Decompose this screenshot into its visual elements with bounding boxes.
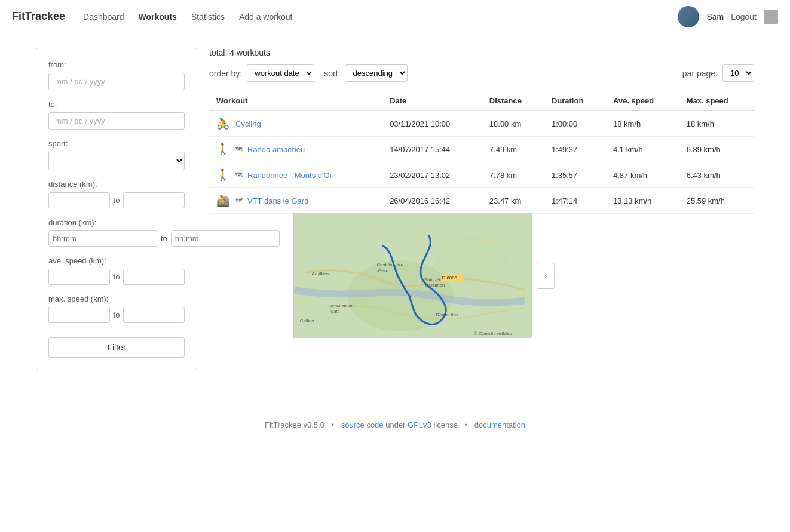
sport-icon: 🚵 [216,194,229,207]
sport-icon: 🚴 [216,117,229,130]
col-distance: Distance [482,91,544,110]
duration-label: duration (km): [48,218,185,227]
duration-from-input[interactable] [48,230,157,247]
col-ave-speed: Ave. speed [606,91,679,110]
map-icon: 🗺 [235,146,242,153]
svg-text:© OpenStreetMap: © OpenStreetMap [474,331,512,336]
workout-ave-speed: 13.13 km/h [606,188,679,214]
per-page-select[interactable]: 10 25 50 [722,64,754,82]
workout-ave-speed: 4.87 km/h [606,162,679,188]
order-by-select[interactable]: workout date distance duration ave. spee… [247,64,314,82]
nav-right: Sam Logout [678,6,778,27]
ave-speed-to-separator: to [114,272,120,281]
col-max-speed: Max. speed [679,91,754,110]
svg-text:Argilliers: Argilliers [312,271,330,276]
footer: FitTrackee v0.5.0 • source code under GP… [0,408,790,441]
total-value: 4 workouts [229,48,270,57]
distance-to-separator: to [114,196,120,205]
avatar[interactable] [678,6,699,27]
workout-duration: 1:47:14 [544,188,606,214]
per-page-label: par page: [682,69,718,78]
sort-select[interactable]: descending ascending [345,64,408,82]
ave-speed-from-input[interactable] [48,269,110,285]
nav-extra-icon [764,10,778,24]
workout-name-link[interactable]: Randonnée - Monts d'Or [247,171,332,180]
workout-distance: 7.49 km [482,137,544,162]
max-speed-to-input[interactable] [123,307,185,323]
workout-name-link[interactable]: Rando amberieu [247,145,305,154]
col-workout: Workout [209,91,382,110]
duration-to-separator: to [161,234,167,243]
footer-version: v0.5.0 [304,420,324,429]
distance-from-input[interactable] [48,192,110,208]
workout-max-speed: 18 km/h [679,110,754,137]
to-input[interactable] [48,112,185,130]
footer-dot-2: • [465,420,468,429]
workout-distance: 18.00 km [482,110,544,137]
col-date: Date [382,91,482,110]
nav-statistics[interactable]: Statistics [191,12,225,21]
workout-duration: 1:35:57 [544,162,606,188]
from-input[interactable] [48,73,185,90]
to-label: to: [48,100,185,109]
nav-add-workout[interactable]: Add a workout [239,12,293,21]
sort-group: sort: descending ascending [324,64,408,82]
table-row: 🚶 🗺 Rando amberieu 14/07/2017 15:44 7.49… [209,137,754,162]
map-svg: Argilliers Castillon-du- Gard Vers-Font-… [293,213,531,337]
sport-icon: 🚶 [216,168,229,182]
ave-speed-to-input[interactable] [123,269,185,285]
sport-icon: 🚶 [216,143,229,156]
footer-dot-1: • [332,420,335,429]
workout-name-link[interactable]: VTT dans le Gard [247,196,308,205]
distance-to-input[interactable] [123,192,185,208]
svg-text:D 6086: D 6086 [442,275,458,281]
table-row: 🚴 Cycling 03/11/2021 10:00 18.00 km 1:00… [209,110,754,137]
controls-bar: order by: workout date distance duration… [209,64,754,82]
table-row: 🚶 🗺 Randonnée - Monts d'Or 23/02/2017 13… [209,162,754,188]
ave-speed-label: ave. speed (km): [48,256,185,265]
from-label: from: [48,60,185,69]
map-row: Argilliers Castillon-du- Gard Vers-Font-… [209,214,754,340]
workout-duration: 1:49:37 [544,137,606,162]
footer-under: under [385,420,405,429]
footer-brand: FitTrackee [265,420,301,429]
max-speed-label: max. speed (km): [48,294,185,303]
max-speed-from-input[interactable] [48,307,110,323]
workout-duration: 1:00:00 [544,110,606,137]
workout-ave-speed: 18 km/h [606,110,679,137]
map-icon: 🗺 [235,197,242,204]
svg-text:Gard: Gard [378,268,389,273]
workout-name-link[interactable]: Cycling [235,119,261,128]
brand-logo[interactable]: FitTrackee [12,10,65,23]
order-by-group: order by: workout date distance duration… [209,64,314,82]
workout-date: 03/11/2021 10:00 [382,110,482,137]
map-next-button[interactable]: › [537,263,555,289]
footer-license-suffix: license [433,420,457,429]
license-link[interactable]: GPLv3 [408,420,431,429]
source-code-link[interactable]: source code [341,420,384,429]
distance-label: distance (km): [48,180,185,189]
svg-text:Vers-Font-du-: Vers-Font-du- [329,304,354,308]
workout-max-speed: 6.43 km/h [679,162,754,188]
workout-date: 26/04/2016 16:42 [382,188,482,214]
map-preview: Argilliers Castillon-du- Gard Vers-Font-… [293,213,532,338]
table-row: 🚵 🗺 VTT dans le Gard 26/04/2016 16:42 23… [209,188,754,214]
content-area: total: 4 workouts order by: workout date… [209,48,754,370]
filter-sidebar: from: to: sport: Cycling Hiking Running … [36,48,197,370]
workout-ave-speed: 4.1 km/h [606,137,679,162]
logout-link[interactable]: Logout [731,12,757,21]
nav-dashboard[interactable]: Dashboard [83,12,124,21]
sport-select[interactable]: Cycling Hiking Running [48,152,185,170]
nav-links: Dashboard Workouts Statistics Add a work… [83,12,678,21]
svg-text:Remoulins: Remoulins [436,312,458,318]
svg-text:Collias: Collias [300,318,314,324]
total-bar: total: 4 workouts [209,48,754,57]
sort-label: sort: [324,69,340,78]
workout-date: 23/02/2017 13:02 [382,162,482,188]
workout-distance: 23.47 km [482,188,544,214]
filter-button[interactable]: Filter [48,337,185,358]
documentation-link[interactable]: documentation [474,420,525,429]
nav-workouts[interactable]: Workouts [139,12,177,21]
workout-max-speed: 6.89 km/h [679,137,754,162]
workout-date: 14/07/2017 15:44 [382,137,482,162]
